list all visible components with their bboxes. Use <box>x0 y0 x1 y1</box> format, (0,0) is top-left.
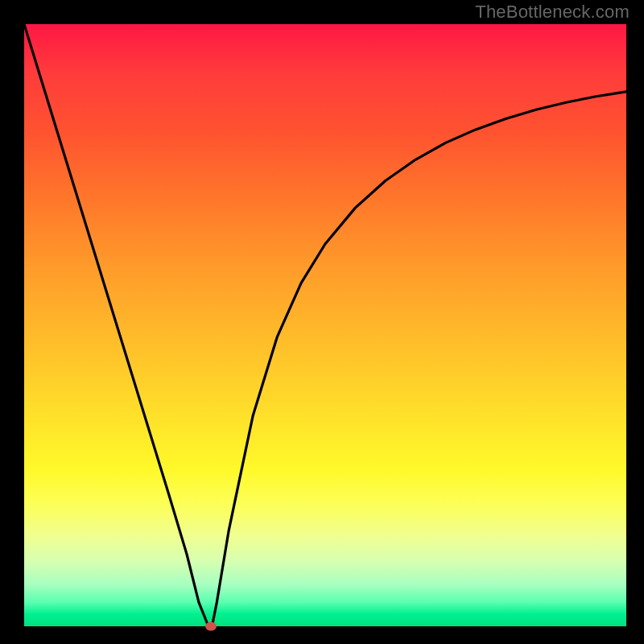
watermark-text: TheBottleneck.com <box>475 2 630 23</box>
chart-frame: TheBottleneck.com <box>0 0 644 644</box>
bottleneck-curve <box>24 24 626 626</box>
minimum-marker-icon <box>205 622 217 631</box>
plot-area <box>24 24 626 626</box>
